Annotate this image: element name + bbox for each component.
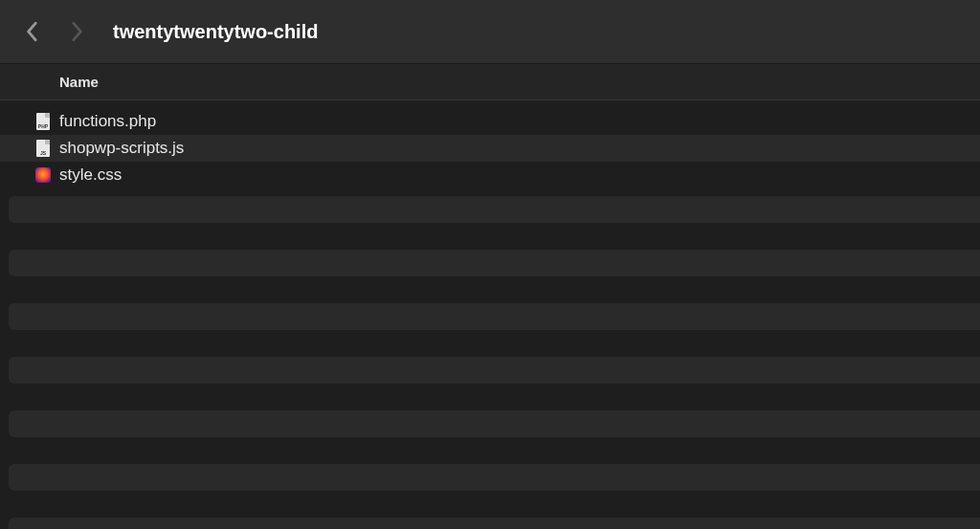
column-header[interactable]: Name — [0, 64, 980, 100]
nav-arrows — [25, 21, 84, 42]
empty-row — [9, 250, 980, 276]
folder-title: twentytwentytwo-child — [113, 21, 318, 43]
empty-row — [9, 518, 980, 529]
empty-row — [9, 357, 980, 384]
js-file-icon: JS — [34, 139, 52, 158]
empty-row — [9, 303, 980, 330]
column-header-name: Name — [59, 74, 99, 90]
empty-row — [9, 410, 980, 437]
toolbar: twentytwentytwo-child — [0, 0, 980, 64]
file-row[interactable]: JS shopwp-scripts.js — [0, 135, 980, 162]
file-row[interactable]: style.css — [0, 162, 980, 188]
empty-rows — [0, 196, 980, 529]
css-file-icon — [34, 165, 52, 185]
empty-row — [9, 464, 980, 491]
empty-row — [9, 196, 980, 223]
back-button[interactable] — [25, 21, 40, 42]
file-name: functions.php — [59, 112, 156, 131]
file-name: shopwp-scripts.js — [59, 139, 184, 158]
file-row[interactable]: PHP functions.php — [0, 108, 980, 135]
file-name: style.css — [59, 165, 122, 185]
forward-button[interactable] — [69, 21, 84, 42]
file-list: PHP functions.php JS shopwp-scripts.js s… — [0, 100, 980, 529]
php-file-icon: PHP — [34, 112, 52, 131]
